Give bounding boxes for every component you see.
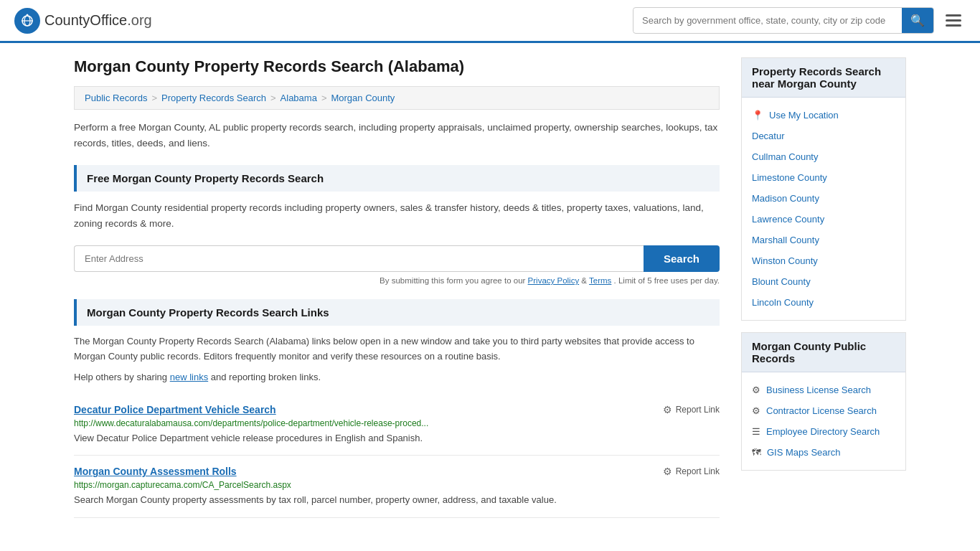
breadcrumb: Public Records > Property Records Search… <box>74 86 720 110</box>
new-links-link[interactable]: new links <box>170 372 208 382</box>
site-header: CountyOffice.org 🔍 <box>0 0 980 43</box>
pr-icon-3: 🗺 <box>752 447 761 458</box>
logo-icon <box>14 8 40 34</box>
sidebar: Property Records Search near Morgan Coun… <box>741 57 906 532</box>
nearby-link-1[interactable]: Decatur <box>742 126 905 146</box>
nearby-link-8[interactable]: Blount County <box>742 271 905 292</box>
global-search-bar: 🔍 <box>633 7 934 34</box>
record-title-1[interactable]: Morgan County Assessment Rolls <box>74 466 237 477</box>
public-records-link-2[interactable]: ☰Employee Directory Search <box>742 421 905 442</box>
report-icon: ⚙ <box>663 466 672 477</box>
breadcrumb-property-records-search[interactable]: Property Records Search <box>161 93 266 103</box>
page-container: Morgan County Property Records Search (A… <box>60 43 920 547</box>
nearby-link-5[interactable]: Lawrence County <box>742 209 905 230</box>
page-description: Perform a free Morgan County, AL public … <box>74 120 720 151</box>
record-item-header: Morgan County Assessment Rolls ⚙ Report … <box>74 466 720 477</box>
hamburger-line-2 <box>946 19 961 22</box>
breadcrumb-alabama[interactable]: Alabama <box>281 93 317 103</box>
nearby-link-6[interactable]: Marshall County <box>742 230 905 250</box>
record-title-0[interactable]: Decatur Police Department Vehicle Search <box>74 404 276 415</box>
record-url-1: https://morgan.capturecama.com/CA_Parcel… <box>74 480 720 490</box>
main-content: Morgan County Property Records Search (A… <box>74 57 720 532</box>
pr-icon-1: ⚙ <box>752 405 760 416</box>
nearby-link-9[interactable]: Lincoln County <box>742 292 905 313</box>
form-disclaimer: By submitting this form you agree to our… <box>74 276 720 285</box>
terms-link[interactable]: Terms <box>589 276 611 285</box>
record-item: Morgan County Assessment Rolls ⚙ Report … <box>74 456 720 518</box>
help-text: Help others by sharing new links and rep… <box>74 372 720 382</box>
record-desc-0: View Decatur Police Department vehicle r… <box>74 431 720 446</box>
free-search-heading: Free Morgan County Property Records Sear… <box>74 165 720 192</box>
page-title: Morgan County Property Records Search (A… <box>74 57 720 76</box>
hamburger-line-1 <box>946 14 961 17</box>
menu-hamburger-button[interactable] <box>941 10 966 31</box>
nearby-box-content: 📍Use My LocationDecaturCullman CountyLim… <box>742 98 905 320</box>
free-search-section: Free Morgan County Property Records Sear… <box>74 165 720 285</box>
nearby-icon-0: 📍 <box>752 110 763 121</box>
svg-point-4 <box>27 14 29 16</box>
links-section: Morgan County Property Records Search Li… <box>74 299 720 518</box>
address-search-button[interactable]: Search <box>644 245 720 272</box>
public-records-links: ⚙Business License Search⚙Contractor Lice… <box>742 372 905 470</box>
hamburger-line-3 <box>946 24 961 27</box>
nearby-link-0[interactable]: 📍Use My Location <box>742 105 905 126</box>
breadcrumb-morgan-county[interactable]: Morgan County <box>331 93 395 103</box>
report-icon: ⚙ <box>663 404 672 415</box>
nearby-box-title: Property Records Search near Morgan Coun… <box>742 58 905 98</box>
breadcrumb-public-records[interactable]: Public Records <box>85 93 147 103</box>
address-input[interactable] <box>74 245 644 272</box>
global-search-button[interactable]: 🔍 <box>902 8 933 33</box>
nearby-link-2[interactable]: Cullman County <box>742 146 905 167</box>
nearby-link-3[interactable]: Limestone County <box>742 167 905 188</box>
nearby-box: Property Records Search near Morgan Coun… <box>741 57 906 321</box>
public-records-link-0[interactable]: ⚙Business License Search <box>742 380 905 400</box>
logo-text: CountyOffice.org <box>44 12 152 29</box>
report-link-button-0[interactable]: ⚙ Report Link <box>663 404 720 415</box>
address-search-form: Search <box>74 245 720 272</box>
record-item-header: Decatur Police Department Vehicle Search… <box>74 404 720 415</box>
logo-area: CountyOffice.org <box>14 8 152 34</box>
privacy-policy-link[interactable]: Privacy Policy <box>528 276 580 285</box>
record-item: Decatur Police Department Vehicle Search… <box>74 394 720 456</box>
record-items-list: Decatur Police Department Vehicle Search… <box>74 394 720 518</box>
header-right: 🔍 <box>633 7 966 34</box>
nearby-link-7[interactable]: Winston County <box>742 250 905 271</box>
public-records-link-3[interactable]: 🗺GIS Maps Search <box>742 442 905 463</box>
global-search-input[interactable] <box>633 9 902 32</box>
pr-icon-2: ☰ <box>752 426 760 437</box>
record-url-0: http://www.decaturalabamausa.com/departm… <box>74 418 720 428</box>
public-records-box-title: Morgan County Public Records <box>742 333 905 372</box>
links-section-desc: The Morgan County Property Records Searc… <box>74 334 720 364</box>
public-records-box: Morgan County Public Records ⚙Business L… <box>741 332 906 471</box>
links-section-heading: Morgan County Property Records Search Li… <box>74 299 720 326</box>
free-search-desc: Find Morgan County residential property … <box>74 200 720 231</box>
report-link-button-1[interactable]: ⚙ Report Link <box>663 466 720 477</box>
record-desc-1: Search Morgan County property assessment… <box>74 493 720 507</box>
public-records-link-1[interactable]: ⚙Contractor License Search <box>742 400 905 421</box>
nearby-link-4[interactable]: Madison County <box>742 188 905 209</box>
pr-icon-0: ⚙ <box>752 385 760 395</box>
